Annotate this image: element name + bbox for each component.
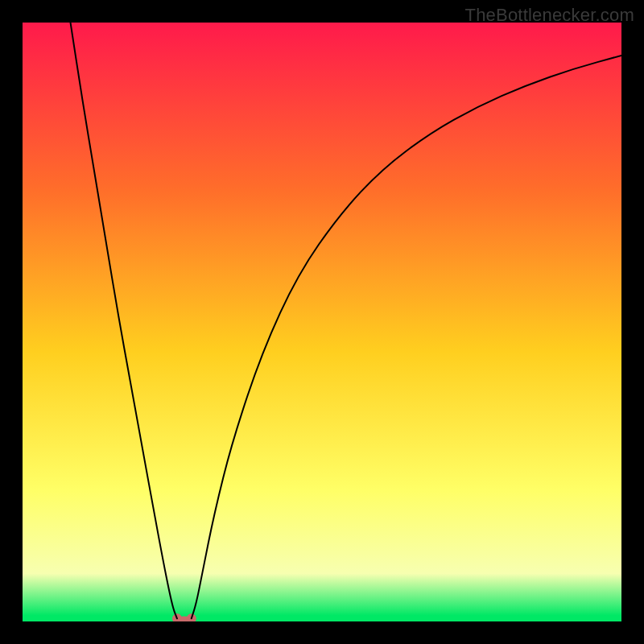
watermark-text: TheBottlenecker.com bbox=[465, 5, 634, 26]
plot-area bbox=[23, 23, 621, 621]
minimum-marker bbox=[177, 618, 192, 621]
right-branch-curve bbox=[192, 56, 621, 618]
bottleneck-curve-layer bbox=[23, 23, 621, 621]
chart-frame: TheBottlenecker.com bbox=[0, 0, 644, 644]
left-branch-curve bbox=[71, 23, 177, 618]
